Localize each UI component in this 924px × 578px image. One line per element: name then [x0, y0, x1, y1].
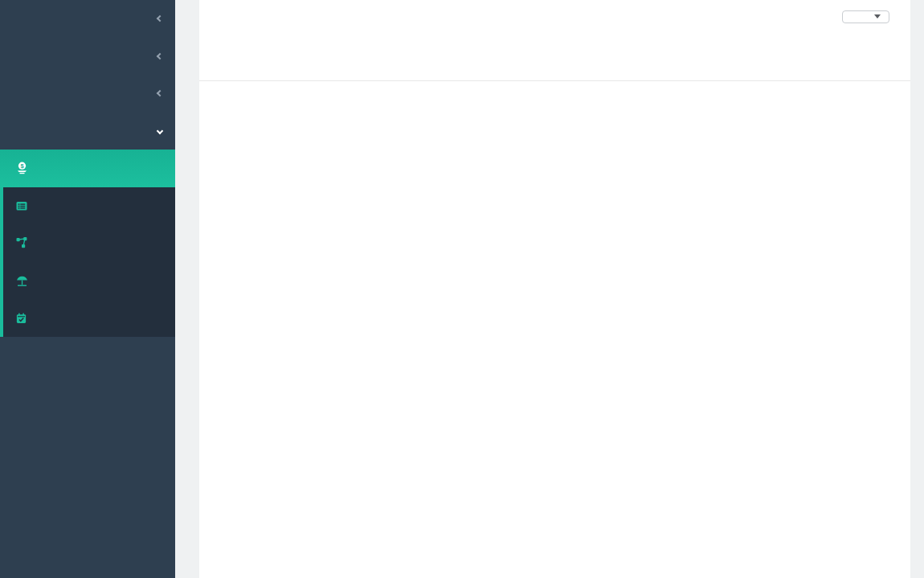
automatic-prices-submenu: $: [0, 150, 175, 337]
price-chart: [281, 87, 906, 338]
chevron-left-icon: [157, 53, 163, 59]
chevron-left-icon: [157, 90, 163, 96]
sidebar-item-reputation[interactable]: [0, 0, 175, 38]
room-selector-row: [836, 10, 889, 23]
divider: [199, 80, 910, 81]
strategy-icon: [15, 236, 30, 249]
price-chart-svg: [281, 87, 906, 338]
navigator-svg: [215, 326, 890, 387]
sidebar-item-strategies[interactable]: [3, 224, 175, 262]
sidebar-item-season-management[interactable]: [3, 262, 175, 300]
room-select-dropdown[interactable]: [842, 10, 889, 23]
calculated-prices-page: $: [0, 0, 924, 578]
coins-icon: $: [15, 162, 30, 174]
sidebar-item-calculated-prices[interactable]: $: [0, 150, 175, 187]
sidebar-item-pricing-definition[interactable]: [3, 187, 175, 225]
chart-legend: [210, 35, 796, 45]
sidebar-item-holiday-management[interactable]: [3, 299, 175, 337]
sidebar-item-business-intelligence[interactable]: [0, 38, 175, 76]
chart-navigator: [215, 326, 890, 387]
sidebar: $: [0, 0, 175, 578]
umbrella-icon: [15, 274, 30, 287]
caret-down-icon: [874, 14, 881, 18]
sidebar-item-automatic-prices[interactable]: [0, 113, 175, 150]
main-panel: [199, 0, 910, 578]
chevron-left-icon: [157, 15, 163, 22]
sidebar-item-reports[interactable]: [0, 75, 175, 113]
list-icon: [15, 199, 30, 212]
calendar-check-icon: [15, 312, 30, 325]
chevron-down-icon: [157, 128, 163, 134]
